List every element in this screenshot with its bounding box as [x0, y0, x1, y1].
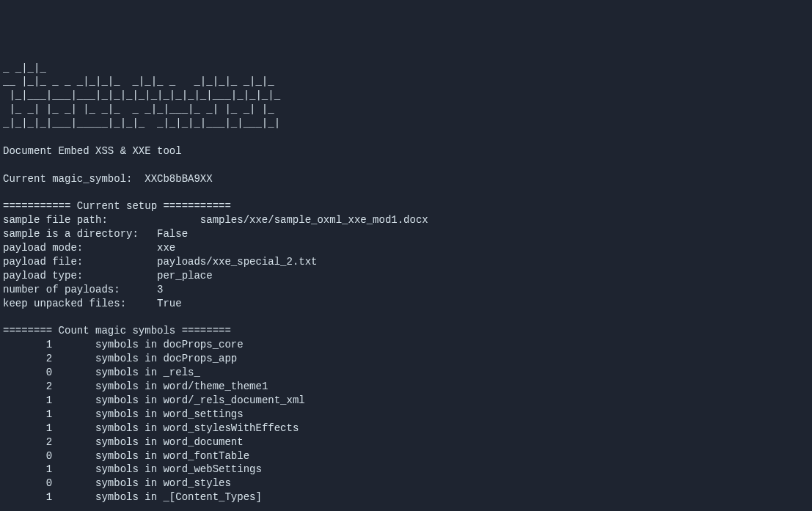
- symbol-count: 2: [46, 381, 52, 392]
- symbol-name: _[Content_Types]: [163, 491, 261, 503]
- setup-item-value: payloads/xxe_special_2.txt: [157, 256, 317, 268]
- setup-item-label: payload type:: [3, 270, 157, 282]
- setup-item-value: samples/xxe/sample_oxml_xxe_mod1.docx: [200, 214, 428, 226]
- setup-item-label: keep unpacked files:: [3, 298, 157, 309]
- magic-symbol-label: Current magic_symbol:: [3, 173, 145, 185]
- symbol-name: docProps_core: [163, 339, 243, 350]
- setup-item-value: xxe: [157, 242, 175, 254]
- symbol-name: word_stylesWithEffects: [163, 422, 299, 434]
- count-header: ======== Count magic symbols ========: [3, 325, 231, 337]
- symbol-name: docProps_app: [163, 353, 237, 364]
- symbol-name: word/_rels_document_xml: [163, 394, 304, 406]
- symbol-count: 0: [46, 477, 52, 489]
- symbol-count: 1: [46, 408, 52, 420]
- tool-title: Document Embed XSS & XXE tool: [3, 145, 182, 157]
- setup-item-value: 3: [157, 284, 163, 295]
- setup-item-label: sample is a directory:: [3, 228, 157, 240]
- symbol-name: word_styles: [163, 477, 230, 489]
- terminal-output: _ _|_|_ __ |_|_ _ _ _|_|_|_ _|_|_ _ _|_|…: [3, 62, 809, 511]
- symbol-count: 0: [46, 367, 52, 378]
- symbol-name: word/theme_theme1: [163, 381, 268, 392]
- ascii-banner: _ _|_|_ __ |_|_ _ _ _|_|_|_ _|_|_ _ _|_|…: [3, 62, 280, 130]
- symbol-count: 1: [46, 463, 52, 475]
- setup-item-label: payload mode:: [3, 242, 157, 254]
- setup-item-value: False: [157, 228, 188, 240]
- setup-item-value: True: [157, 298, 182, 309]
- setup-header: =========== Current setup ===========: [3, 200, 231, 212]
- setup-item-label: number of payloads:: [3, 284, 157, 295]
- symbol-count: 1: [46, 339, 52, 350]
- symbol-count: 1: [46, 394, 52, 406]
- symbol-count: 1: [46, 491, 52, 503]
- setup-item-label: payload file:: [3, 256, 157, 268]
- symbol-count: 1: [46, 422, 52, 434]
- symbol-name: word_webSettings: [163, 463, 261, 475]
- symbol-count: 2: [46, 436, 52, 448]
- setup-item-label: sample file path:: [3, 214, 200, 226]
- symbol-count: 2: [46, 353, 52, 364]
- magic-symbol-value: XXCb8bBA9XX: [145, 173, 212, 185]
- setup-item-value: per_place: [157, 270, 213, 282]
- symbol-name: _rels_: [163, 367, 200, 378]
- symbol-name: word_fontTable: [163, 450, 249, 462]
- symbol-name: word_document: [163, 436, 243, 448]
- symbol-name: word_settings: [163, 408, 243, 420]
- symbol-count: 0: [46, 450, 52, 462]
